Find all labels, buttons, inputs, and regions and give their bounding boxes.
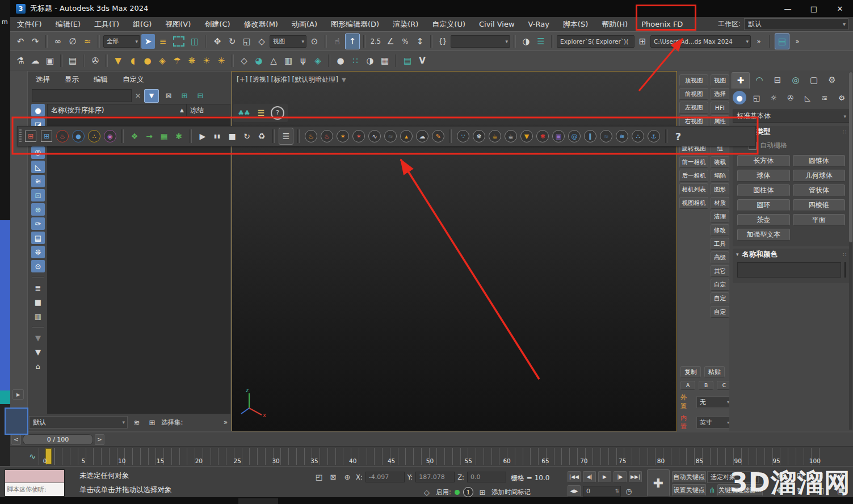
filter-spacewarps-icon[interactable]: ≋ [31, 175, 45, 187]
cube-icon[interactable]: ⊞ [477, 487, 488, 497]
select-and-rotate-icon[interactable]: ↻ [225, 34, 239, 49]
preset-large-explosion-icon[interactable]: ✶ [352, 130, 365, 142]
view-menu-button-right[interactable]: 装载 [711, 156, 729, 168]
object-type-button[interactable]: 平面 [793, 214, 846, 226]
minimize-button[interactable]: — [775, 1, 801, 16]
selection-lock-icon[interactable]: ⊠ [327, 472, 339, 482]
footer-grid-icon[interactable]: ⊞ [146, 416, 158, 429]
vray-sun-icon[interactable]: ☀ [200, 53, 213, 68]
vray-ies-light-icon[interactable]: ❋ [185, 53, 199, 68]
category-systems[interactable]: ⚙ [835, 91, 848, 104]
preset-whirlpool-icon[interactable]: @ [568, 130, 581, 142]
use-pivot-center-icon[interactable]: ⊙ [308, 34, 321, 49]
preset-explosion-icon[interactable]: ✶ [337, 130, 349, 142]
object-type-button[interactable]: 加强型文本 [737, 229, 790, 241]
select-by-name-icon[interactable]: ≡ [156, 34, 170, 49]
select-object-icon[interactable]: ➤ [141, 34, 155, 49]
preset-splash-icon[interactable]: ∴ [632, 130, 644, 142]
tab-hierarchy[interactable]: ⊟ [769, 72, 786, 88]
fov-icon[interactable]: ∠ [831, 468, 851, 482]
workspace-dropdown[interactable]: 默认 [744, 18, 848, 30]
add-time-tag[interactable]: 添加时间标记 [491, 488, 531, 497]
key-filters-button[interactable]: 关键点过滤器... [717, 484, 763, 496]
view-menu-button-right[interactable]: 图形 [711, 183, 729, 195]
current-frame-field[interactable]: 0 [583, 486, 621, 497]
particle-texture-icon[interactable]: ∴ [88, 130, 100, 142]
object-type-button[interactable]: 圆环 [737, 199, 790, 211]
view-menu-button-right[interactable]: 塌陷 [711, 170, 729, 182]
viewport-label[interactable]: [+] [透视] [标准] [默认明暗处理] ▼ [237, 75, 346, 85]
redo-icon[interactable]: ↷ [28, 34, 42, 49]
category-helpers[interactable]: ◺ [801, 91, 814, 104]
copy-button[interactable]: 复制 [680, 366, 701, 377]
filter-containers-icon[interactable]: ▤ [31, 232, 45, 244]
fire-simulator-icon[interactable]: ⊞ [25, 131, 36, 142]
vray-plane-icon[interactable]: △ [267, 53, 280, 68]
name-color-header[interactable]: 名称和颜色 ∷ [733, 249, 850, 260]
orbit-icon[interactable]: ↻ [790, 483, 810, 497]
render-cloud-icon[interactable]: ☁ [28, 53, 42, 68]
view-menu-button-left[interactable]: 右视图 [679, 115, 708, 127]
maximize-viewport-icon[interactable]: ▣ [831, 483, 851, 497]
view-menu-button-left[interactable]: 前视图 [679, 88, 708, 100]
view-menu-button-right[interactable]: 自定 [711, 279, 729, 291]
toggle-scene-explorer-icon[interactable]: ⊞ [636, 34, 649, 49]
list-view-icon[interactable]: ≣ [31, 282, 45, 294]
paste-button[interactable]: 粘贴 [704, 366, 725, 377]
tab-customize[interactable]: 自定义 [123, 75, 144, 85]
select-and-scale-icon[interactable]: ◱ [240, 34, 254, 49]
object-color-swatch[interactable] [844, 262, 846, 278]
preset-thin-smoke-icon[interactable]: ≈ [384, 130, 397, 142]
view-menu-button-right[interactable]: HFI [711, 102, 729, 114]
vray-levels-icon[interactable]: ▤ [401, 53, 414, 68]
category-cameras[interactable]: ✇ [784, 91, 797, 104]
filter-frozen-icon[interactable]: ❊ [31, 246, 45, 258]
object-type-button[interactable]: 四棱锥 [793, 199, 846, 211]
y-coordinate-field[interactable]: 187.078 [415, 472, 455, 482]
vray-volume-grid-icon[interactable]: ◈ [311, 53, 325, 68]
preset-ocean-icon[interactable]: ≈ [600, 130, 612, 142]
modifiers-menu[interactable]: 修改器(M) [244, 19, 278, 30]
shield-icon[interactable]: ◇ [421, 487, 432, 497]
view-menu-button-right[interactable]: 自定 [711, 292, 729, 304]
tools-menu[interactable]: 工具(T) [94, 19, 119, 30]
preset-beam-icon[interactable]: ✎ [432, 130, 444, 142]
voxel-texture-icon[interactable]: ◉ [104, 130, 116, 142]
filter-bones-icon[interactable]: ✑ [31, 217, 45, 230]
z-coordinate-field[interactable]: 0.0 [467, 472, 506, 482]
filter-config-icon[interactable]: ▼ [31, 331, 45, 344]
project-folder-dropdown[interactable]: C:\Users\Ad…ds Max 2024 [650, 35, 751, 48]
slot-button[interactable]: A [680, 381, 695, 390]
vray-fur-icon[interactable]: ψ [296, 53, 310, 68]
tab-motion[interactable]: ◎ [787, 72, 804, 88]
select-and-place-icon[interactable]: ◇ [255, 34, 268, 49]
file-menu[interactable]: 文件(F) [17, 19, 42, 30]
view-menu-button-right[interactable]: 高级 [711, 251, 729, 263]
bind-to-spacewarp-icon[interactable]: ≈ [81, 34, 94, 49]
scene-explorer-field[interactable]: Explorer`S( Explorer`)( [557, 35, 635, 48]
next-frame-button[interactable]: |▶ [614, 471, 627, 482]
graph-editors-menu[interactable]: 图形编辑器(D) [331, 19, 379, 30]
zoom-region-icon[interactable]: ◱ [810, 483, 830, 497]
previous-frame-button[interactable]: ◀| [583, 471, 596, 482]
collection-icon[interactable]: ⌂ [31, 360, 45, 372]
customize-menu[interactable]: 自定义(U) [432, 19, 465, 30]
filter-helpers-icon[interactable]: ◺ [31, 161, 45, 173]
set-key-mode-button[interactable]: 设置关键点 [672, 484, 706, 496]
mirror-icon[interactable]: ◑ [519, 34, 533, 49]
zoom-icon[interactable]: ⊕ [770, 468, 789, 482]
particle-flow-icon[interactable]: ❖ [128, 128, 141, 144]
view-menu-button-right[interactable]: 材质 [711, 197, 729, 209]
view-menu-button-left[interactable]: 视图相机 [679, 197, 708, 209]
views-menu[interactable]: 视图(V) [165, 19, 191, 30]
frame-ruler[interactable]: 0510152025303540455055606570758085909510… [39, 448, 821, 465]
civil-view-menu[interactable]: Civil View [479, 20, 515, 28]
zoom-extents-icon[interactable]: ⊡ [810, 468, 830, 482]
viewport-label-text[interactable]: [+] [透视] [标准] [默认明暗处理] [237, 75, 338, 85]
toolbar-overflow-icon[interactable]: » [752, 34, 766, 49]
zoom-all-icon[interactable]: ⊞ [790, 468, 810, 482]
viewport-funnel-icon[interactable]: ▼ [342, 77, 346, 83]
view-menu-button-right[interactable]: 属性 [711, 115, 729, 127]
preset-clouds-icon[interactable]: ☁ [416, 130, 428, 142]
align-icon[interactable]: ☰ [534, 34, 548, 49]
